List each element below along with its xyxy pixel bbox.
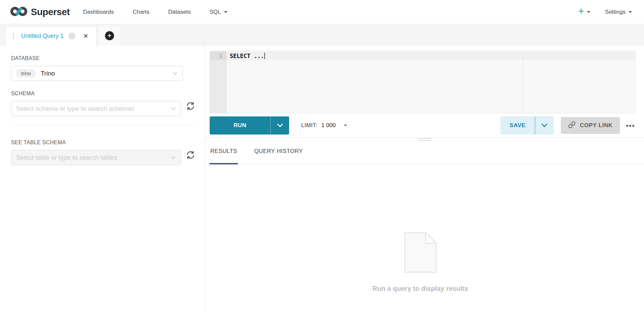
chevron-down-icon: [587, 11, 590, 13]
pane-resize-handle[interactable]: [418, 137, 431, 142]
limit-value: 1 000: [321, 122, 336, 129]
add-tab-button[interactable]: +: [105, 31, 114, 40]
tab-menu-dots-icon[interactable]: ⋮: [10, 33, 17, 39]
table-select[interactable]: [11, 150, 181, 165]
sql-lab-sidebar: DATABASE trino Trino SCHEMA: [0, 45, 205, 313]
navbar-right: + Settings: [578, 7, 632, 16]
run-split-button: RUN: [210, 116, 289, 135]
nav-item-dashboards[interactable]: Dashboards: [83, 9, 114, 15]
chevron-down-icon: [224, 11, 227, 13]
query-tab-title[interactable]: Untitled Query 1: [21, 33, 63, 40]
link-icon: [568, 121, 576, 130]
run-options-button[interactable]: [271, 116, 289, 135]
text-cursor: [264, 53, 265, 59]
chevron-down-icon: [277, 123, 283, 127]
close-tab-icon[interactable]: ✕: [83, 33, 88, 40]
results-empty-state: Run a query to display results: [205, 164, 636, 293]
infinity-logo-icon: [10, 5, 28, 19]
brand-name: Superset: [31, 7, 70, 17]
copy-link-label: COPY LINK: [580, 122, 613, 129]
sql-code-text: SELECT ...: [230, 53, 264, 59]
superset-logo[interactable]: Superset: [10, 5, 70, 19]
table-schema-label: SEE TABLE SCHEMA: [11, 139, 196, 146]
sql-editor-panel: 1 SELECT ... RUN LIMIT: [205, 45, 644, 313]
query-tab-strip: ⋮ Untitled Query 1 ✕ +: [0, 24, 644, 45]
tab-results[interactable]: RESULTS: [210, 138, 238, 164]
nav-item-sql[interactable]: SQL: [210, 9, 227, 15]
table-select-input[interactable]: [16, 154, 171, 161]
limit-dropdown[interactable]: LIMIT: 1 000: [301, 122, 347, 129]
refresh-schemas-button[interactable]: [185, 101, 196, 112]
chevron-down-icon: [541, 123, 547, 127]
sql-lab-main: DATABASE trino Trino SCHEMA: [0, 45, 644, 313]
new-item-dropdown[interactable]: +: [578, 7, 590, 16]
add-tab-area: +: [99, 26, 120, 45]
copy-link-button[interactable]: COPY LINK: [561, 117, 620, 134]
refresh-icon: [185, 101, 196, 112]
line-number: 1: [210, 52, 227, 60]
chevron-down-icon: [171, 155, 176, 161]
document-icon: [404, 232, 437, 274]
query-state-indicator: [68, 33, 75, 40]
settings-label: Settings: [605, 9, 626, 15]
refresh-icon: [185, 150, 196, 161]
nav-item-datasets[interactable]: Datasets: [168, 9, 191, 15]
nav-menu: Dashboards Charts Datasets SQL: [83, 9, 227, 15]
run-button[interactable]: RUN: [210, 116, 270, 135]
navbar: Superset Dashboards Charts Datasets SQL …: [0, 0, 644, 24]
settings-menu[interactable]: Settings: [605, 9, 632, 15]
save-split-button: SAVE: [500, 116, 553, 135]
plus-icon: +: [578, 6, 584, 16]
database-value: Trino: [41, 70, 55, 77]
editor-gutter: 1: [210, 51, 227, 113]
database-select[interactable]: trino Trino: [11, 66, 183, 81]
editor-toolbar-row: RUN LIMIT: 1 000 SAVE: [205, 113, 644, 138]
query-tab-active[interactable]: ⋮ Untitled Query 1 ✕: [5, 26, 97, 45]
limit-label: LIMIT:: [301, 122, 317, 129]
save-options-button[interactable]: [535, 116, 554, 135]
results-panel: RESULTS QUERY HISTORY Run a query to dis…: [205, 138, 644, 313]
sql-code-editor[interactable]: 1 SELECT ...: [210, 51, 636, 113]
editor-code-area[interactable]: SELECT ...: [227, 51, 635, 113]
ellipsis-icon: •••: [626, 122, 635, 129]
chevron-down-icon: [344, 124, 347, 126]
database-label: DATABASE: [11, 55, 196, 61]
schema-select-input[interactable]: [16, 105, 171, 112]
empty-state-message: Run a query to display results: [372, 285, 468, 293]
schema-select[interactable]: [11, 101, 181, 116]
nav-item-charts[interactable]: Charts: [133, 9, 150, 15]
save-button[interactable]: SAVE: [500, 116, 534, 135]
more-actions-button[interactable]: •••: [625, 120, 636, 131]
chevron-down-icon: [172, 70, 178, 76]
sidebar-divider: [11, 125, 196, 125]
chevron-down-icon: [629, 11, 632, 13]
chevron-down-icon: [171, 106, 176, 112]
tab-query-history[interactable]: QUERY HISTORY: [254, 138, 304, 164]
database-type-tag: trino: [16, 69, 36, 77]
refresh-tables-button[interactable]: [185, 150, 196, 161]
schema-label: SCHEMA: [11, 90, 196, 97]
